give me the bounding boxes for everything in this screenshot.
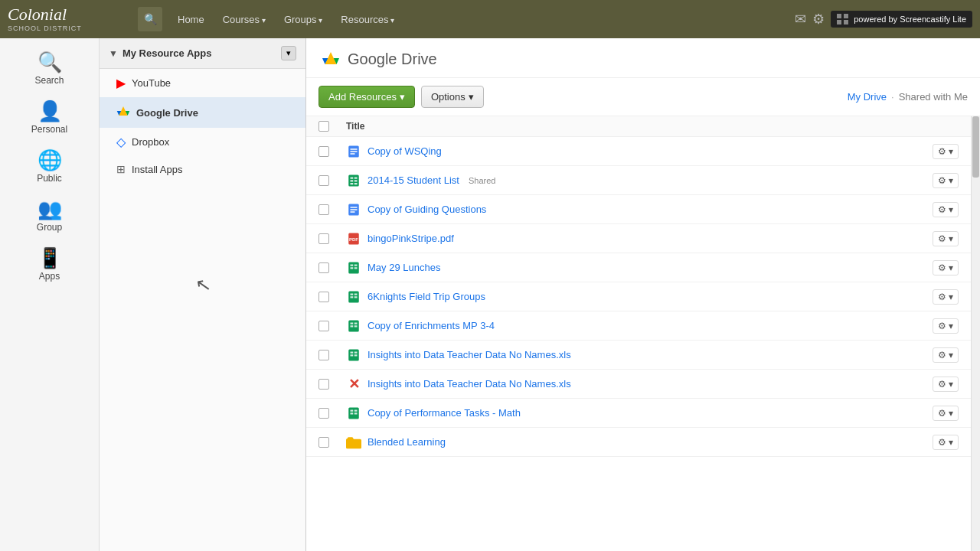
resource-item-youtube-label: YouTube xyxy=(132,77,171,89)
svg-rect-30 xyxy=(351,325,354,327)
nav-courses[interactable]: Courses xyxy=(215,9,273,30)
file-name-10[interactable]: Copy of Performance Tasks - Math xyxy=(368,407,521,419)
file-info-10: Copy of Performance Tasks - Math xyxy=(346,406,933,421)
options-button[interactable]: Options ▾ xyxy=(421,86,484,108)
file-checkbox-9[interactable] xyxy=(318,379,329,390)
svg-rect-40 xyxy=(351,412,354,414)
sheet-icon-5 xyxy=(346,260,361,276)
file-checkbox-10[interactable] xyxy=(318,408,329,419)
sidebar-item-group[interactable]: 👥 Group xyxy=(0,193,99,239)
sidebar-item-apps[interactable]: 📱 Apps xyxy=(0,242,99,288)
resource-item-dropbox-label: Dropbox xyxy=(132,136,169,148)
file-name-8[interactable]: Insights into Data Teacher Data No Names… xyxy=(368,349,571,360)
nav-search-button[interactable]: 🔍 xyxy=(138,7,162,31)
nav-home[interactable]: Home xyxy=(170,9,212,30)
file-name-6[interactable]: 6Knights Field Trip Groups xyxy=(368,291,485,302)
file-checkbox-8[interactable] xyxy=(318,350,329,360)
sheet-icon-6 xyxy=(346,289,361,305)
file-checkbox-11[interactable] xyxy=(318,437,329,448)
scrollbar-track[interactable] xyxy=(971,116,980,551)
resource-panel-dropdown[interactable]: ▾ xyxy=(281,46,296,60)
svg-rect-21 xyxy=(354,267,358,269)
gear-button-2[interactable]: ⚙ ▾ xyxy=(933,173,959,188)
resource-item-youtube[interactable]: ▶ YouTube xyxy=(100,69,305,97)
nav-resources[interactable]: Resources xyxy=(333,9,402,30)
resource-panel-header: ▼ My Resource Apps ▾ xyxy=(100,38,305,69)
file-checkbox-5[interactable] xyxy=(318,262,329,273)
table-row: May 29 Lunches ⚙ ▾ xyxy=(306,253,971,282)
gear-button-8[interactable]: ⚙ ▾ xyxy=(933,347,959,363)
file-name-3[interactable]: Copy of Guiding Questions xyxy=(368,204,486,215)
svg-rect-27 xyxy=(348,320,359,331)
my-drive-link[interactable]: My Drive xyxy=(848,91,887,103)
file-name-2[interactable]: 2014-15 Student List xyxy=(368,174,459,186)
doc-icon-3 xyxy=(346,202,361,217)
gear-button-4[interactable]: ⚙ ▾ xyxy=(933,231,959,246)
file-checkbox-2[interactable] xyxy=(318,175,329,186)
top-navigation: Colonial school district 🔍 Home Courses … xyxy=(0,0,980,38)
file-name-11[interactable]: Blended Learning xyxy=(368,436,446,448)
file-name-4[interactable]: bingoPinkStripe.pdf xyxy=(368,233,454,244)
file-info-3: Copy of Guiding Questions xyxy=(346,202,933,217)
gear-button-10[interactable]: ⚙ ▾ xyxy=(933,406,959,421)
screencastify-badge: powered by Screencastify Lite xyxy=(831,11,972,28)
collapse-arrow-icon[interactable]: ▼ xyxy=(109,48,118,59)
personal-icon: 👤 xyxy=(38,101,62,121)
file-checkbox-4[interactable] xyxy=(318,233,329,244)
gear-button-5[interactable]: ⚙ ▾ xyxy=(933,260,959,276)
file-name-5[interactable]: May 29 Lunches xyxy=(368,262,440,273)
mail-icon[interactable]: ✉ xyxy=(795,11,806,28)
file-info-11: Blended Learning xyxy=(346,435,933,450)
file-info-5: May 29 Lunches xyxy=(346,260,933,276)
settings-icon[interactable]: ⚙ xyxy=(812,11,825,28)
sidebar-item-public[interactable]: 🌐 Public xyxy=(0,144,99,190)
table-row: Insights into Data Teacher Data No Names… xyxy=(306,341,971,370)
gear-button-9[interactable]: ⚙ ▾ xyxy=(933,377,959,392)
sheet-icon-8 xyxy=(346,347,361,363)
header-check-cell xyxy=(318,121,346,132)
file-checkbox-7[interactable] xyxy=(318,321,329,331)
file-checkbox-1[interactable] xyxy=(318,146,329,157)
svg-rect-12 xyxy=(351,207,358,208)
toolbar-right: My Drive · Shared with Me xyxy=(848,91,968,103)
sidebar-item-group-label: Group xyxy=(37,222,62,233)
gear-button-11[interactable]: ⚙ ▾ xyxy=(933,435,959,450)
table-row: ✕ Insights into Data Teacher Data No Nam… xyxy=(306,370,971,399)
svg-text:PDF: PDF xyxy=(349,237,358,242)
add-resources-dropdown-icon: ▾ xyxy=(400,91,405,103)
gear-button-3[interactable]: ⚙ ▾ xyxy=(933,202,959,217)
resource-item-googledrive[interactable]: Google Drive xyxy=(100,97,305,128)
svg-rect-33 xyxy=(351,351,354,353)
gear-button-1[interactable]: ⚙ ▾ xyxy=(933,144,959,159)
svg-rect-8 xyxy=(354,180,358,181)
sidebar-item-personal[interactable]: 👤 Personal xyxy=(0,95,99,141)
row-check-cell xyxy=(318,175,346,186)
gear-button-6[interactable]: ⚙ ▾ xyxy=(933,289,959,305)
file-name-9[interactable]: Insights into Data Teacher Data No Names… xyxy=(368,378,571,390)
svg-rect-20 xyxy=(351,267,354,269)
header-checkbox[interactable] xyxy=(318,121,329,132)
resource-item-dropbox[interactable]: ◇ Dropbox xyxy=(100,128,305,156)
nav-groups[interactable]: Groups xyxy=(276,9,330,30)
row-check-cell xyxy=(318,350,346,360)
scrollbar-thumb[interactable] xyxy=(972,116,979,178)
svg-rect-10 xyxy=(354,183,358,184)
shared-with-me-link[interactable]: Shared with Me xyxy=(899,91,968,103)
row-check-cell xyxy=(318,262,346,273)
svg-rect-22 xyxy=(348,291,359,302)
sidebar-item-personal-label: Personal xyxy=(31,124,67,135)
file-checkbox-6[interactable] xyxy=(318,292,329,302)
sidebar-item-search[interactable]: 🔍 Search xyxy=(0,46,99,92)
svg-rect-36 xyxy=(354,354,358,356)
table-row: PDF bingoPinkStripe.pdf ⚙ ▾ xyxy=(306,224,971,253)
row-check-cell xyxy=(318,379,346,390)
install-apps-item[interactable]: ⊞ Install Apps xyxy=(100,156,305,182)
gear-button-7[interactable]: ⚙ ▾ xyxy=(933,318,959,334)
add-resources-button[interactable]: Add Resources ▾ xyxy=(318,86,415,108)
svg-rect-34 xyxy=(354,351,358,353)
file-name-1[interactable]: Copy of WSQing xyxy=(368,145,442,157)
file-checkbox-3[interactable] xyxy=(318,204,329,215)
file-name-7[interactable]: Copy of Enrichments MP 3-4 xyxy=(368,320,495,331)
public-icon: 🌐 xyxy=(38,150,62,170)
sidebar-item-public-label: Public xyxy=(37,173,62,184)
